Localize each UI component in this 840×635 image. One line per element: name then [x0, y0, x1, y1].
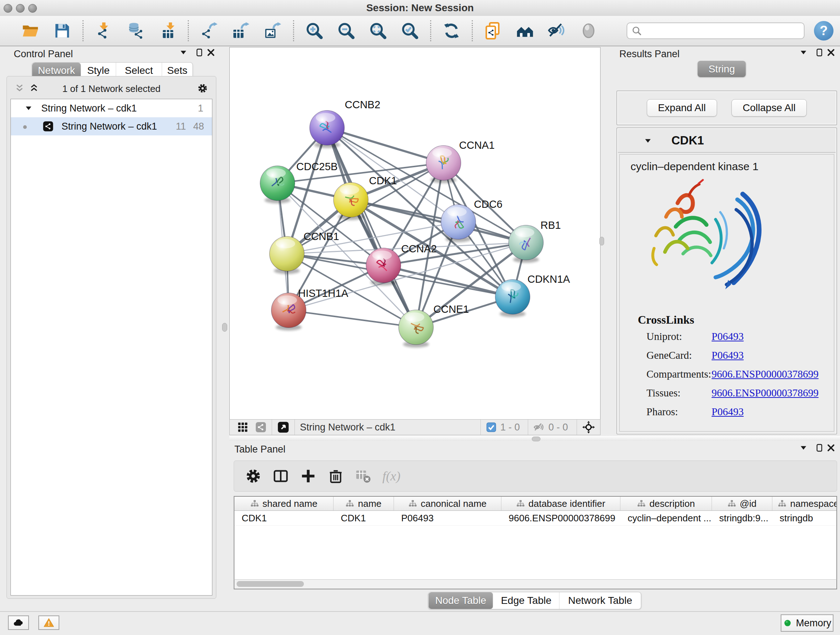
- tab-network-table[interactable]: Network Table: [560, 592, 641, 609]
- tab-string[interactable]: String: [698, 61, 745, 77]
- expand-all-button[interactable]: Expand All: [647, 99, 717, 117]
- table-options-gear-icon[interactable]: [245, 468, 262, 485]
- results-panel-menu-icon[interactable]: [799, 48, 808, 57]
- network-overview-icon[interactable]: [255, 421, 267, 433]
- detach-view-icon[interactable]: [277, 421, 289, 433]
- crosslink-link[interactable]: P06493: [712, 349, 744, 361]
- zoom-out-icon[interactable]: [337, 22, 355, 40]
- collection-label: String Network – cdk1: [41, 99, 137, 117]
- show-columns-icon[interactable]: [272, 468, 289, 485]
- import-network-icon[interactable]: [95, 22, 113, 40]
- table-cell[interactable]: stringdb: [772, 511, 837, 525]
- network-node-RB1[interactable]: [508, 225, 543, 263]
- crosslink-link[interactable]: P06493: [712, 406, 744, 418]
- network-options-gear-icon[interactable]: [197, 83, 208, 94]
- control-panel-float-icon[interactable]: [195, 48, 204, 57]
- import-database-icon[interactable]: [126, 22, 145, 40]
- hidden-items-icon[interactable]: [533, 421, 545, 433]
- import-table-icon[interactable]: [158, 22, 177, 40]
- network-row[interactable]: String Network – cdk1 11 48: [11, 117, 212, 135]
- control-panel-menu-icon[interactable]: [179, 48, 188, 57]
- bottom-splitter-handle[interactable]: [532, 437, 540, 441]
- collection-expander-icon[interactable]: [24, 103, 33, 113]
- gene-entry-header[interactable]: CDK1: [618, 129, 836, 153]
- export-network-icon[interactable]: [200, 22, 218, 40]
- tab-node-table[interactable]: Node Table: [429, 592, 493, 609]
- table-cell[interactable]: 9606.ENSP00000378699: [501, 511, 621, 525]
- table-cell[interactable]: stringdb:9...: [712, 511, 772, 525]
- column-header-@id[interactable]: @id: [712, 497, 772, 510]
- warnings-button[interactable]: [38, 616, 59, 630]
- left-splitter-handle[interactable]: [222, 323, 227, 332]
- zoom-in-icon[interactable]: [305, 22, 324, 40]
- table-row[interactable]: CDK1CDK1P064939606.ENSP00000378699cyclin…: [234, 511, 836, 526]
- open-session-icon[interactable]: [21, 22, 39, 40]
- table-panel-float-icon[interactable]: [815, 443, 824, 453]
- column-type-icon: [516, 499, 525, 508]
- table-panel-menu-icon[interactable]: [799, 443, 808, 453]
- delete-column-icon[interactable]: [327, 468, 344, 485]
- results-panel-float-icon[interactable]: [815, 48, 824, 57]
- table-hscrollbar-thumb[interactable]: [237, 581, 304, 587]
- network-node-CCNB1[interactable]: [270, 236, 304, 274]
- export-table-icon[interactable]: [232, 22, 250, 40]
- control-panel-close-icon[interactable]: [206, 48, 216, 57]
- results-panel: Results Panel String Expand All Collapse…: [603, 47, 840, 440]
- selected-items-checkbox-icon[interactable]: [486, 422, 497, 432]
- home-icon[interactable]: [516, 22, 534, 40]
- crosslink-link[interactable]: 9606.ENSP00000378699: [712, 368, 819, 380]
- table-panel-close-icon[interactable]: [826, 443, 836, 453]
- network-node-CCNA1[interactable]: [426, 146, 461, 183]
- network-collection-row[interactable]: String Network – cdk1 1: [11, 99, 212, 117]
- column-header-shared-name[interactable]: shared name: [234, 497, 333, 510]
- zoom-fit-icon[interactable]: [369, 22, 387, 40]
- table-header-row: shared namenamecanonical namedatabase id…: [234, 497, 836, 511]
- help-button[interactable]: ?: [814, 21, 834, 41]
- network-node-CDKN1A[interactable]: [495, 279, 530, 317]
- tab-edge-table[interactable]: Edge Table: [493, 592, 560, 609]
- hide-panels-icon[interactable]: [548, 22, 566, 40]
- column-header-canonical-name[interactable]: canonical name: [394, 497, 501, 510]
- control-panel: Control Panel NetworkStyleSelectSets 1 o…: [4, 47, 220, 600]
- show-panel-icon[interactable]: [579, 22, 598, 40]
- crosslink-link[interactable]: P06493: [712, 331, 744, 342]
- network-node-CCNE1[interactable]: [399, 310, 433, 348]
- clone-network-icon[interactable]: [484, 22, 502, 40]
- table-hscrollbar[interactable]: [234, 579, 837, 589]
- memory-button[interactable]: Memory: [781, 614, 834, 632]
- cloud-button[interactable]: [8, 616, 29, 630]
- crosslink-link[interactable]: 9606.ENSP00000378699: [712, 387, 819, 399]
- window-title: Session: New Session: [0, 0, 840, 16]
- gene-expander-icon[interactable]: [643, 136, 653, 146]
- status-bar: Memory: [0, 611, 840, 635]
- table-cell[interactable]: CDK1: [234, 511, 333, 525]
- network-canvas[interactable]: CCNB2CCNA1CDC25BCDK1CDC6RB1CCNB1CCNA2CDK…: [229, 47, 600, 420]
- zoom-selected-icon[interactable]: [401, 22, 419, 40]
- node-table[interactable]: shared namenamecanonical namedatabase id…: [234, 496, 837, 589]
- table-cell[interactable]: cyclin–dependent ...: [621, 511, 712, 525]
- save-session-icon[interactable]: [53, 22, 71, 40]
- svg-text:CDC25B: CDC25B: [296, 161, 338, 172]
- table-cell[interactable]: P06493: [394, 511, 501, 525]
- search-box[interactable]: [627, 22, 805, 39]
- add-column-icon[interactable]: [300, 468, 317, 485]
- fit-content-icon[interactable]: [582, 421, 595, 434]
- column-type-icon: [346, 499, 354, 508]
- view-title: String Network – cdk1: [300, 422, 395, 433]
- column-header-description[interactable]: description: [621, 497, 712, 510]
- results-panel-close-icon[interactable]: [826, 48, 836, 57]
- network-node-CDC25B[interactable]: [260, 166, 295, 203]
- column-header-name[interactable]: name: [333, 497, 394, 510]
- column-header-namespace[interactable]: namespace: [772, 497, 837, 510]
- table-cell[interactable]: CDK1: [333, 511, 394, 525]
- crosslink-label: Tissues:: [646, 387, 681, 399]
- grid-view-icon[interactable]: [237, 421, 248, 433]
- collapse-all-button[interactable]: Collapse All: [731, 99, 807, 117]
- column-type-icon: [637, 499, 646, 508]
- column-header-database-identifier[interactable]: database identifier: [501, 497, 621, 510]
- export-image-icon[interactable]: [264, 22, 282, 40]
- title-bar: Session: New Session: [0, 0, 840, 16]
- refresh-icon[interactable]: [442, 22, 461, 40]
- svg-text:CCNE1: CCNE1: [433, 303, 469, 315]
- search-input[interactable]: [643, 24, 804, 38]
